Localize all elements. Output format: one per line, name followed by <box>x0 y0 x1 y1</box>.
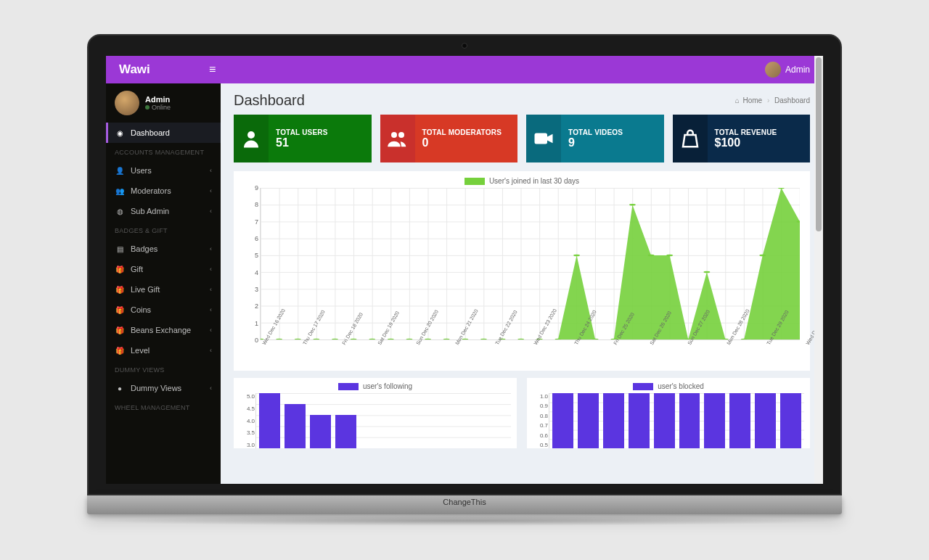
svg-point-0 <box>247 131 255 139</box>
sidebar-item-label: Sub Admin <box>131 207 169 215</box>
stat-card-total-moderators[interactable]: TOTAL MODERATORS0 <box>380 115 518 162</box>
scrollbar[interactable] <box>814 56 823 484</box>
sidebar-item-subadmin[interactable]: ◍Sub Admin‹ <box>106 201 221 221</box>
chevron-left-icon: ‹ <box>210 207 212 215</box>
stat-value: 9 <box>568 136 623 149</box>
stat-card-total-revenue[interactable]: TOTAL REVENUE$100 <box>673 115 811 162</box>
svg-point-32 <box>778 188 785 189</box>
sidebar-item-label: Level <box>131 346 150 355</box>
main-chart-panel: User's joined in last 30 days 9876543210… <box>234 171 810 371</box>
legend-label: user's blocked <box>658 382 704 390</box>
app-logo[interactable]: Wawi <box>119 62 206 77</box>
following-chart-panel: user's following 5.04.54.03.53.0 <box>234 378 517 448</box>
chevron-left-icon: ‹ <box>210 347 212 354</box>
sidebar-item-label: Gift <box>131 265 143 273</box>
gift-icon: 🎁 <box>115 306 125 314</box>
sidebar-item-livegift[interactable]: 🎁Live Gift‹ <box>106 279 221 300</box>
sidebar-item-moderators[interactable]: 👥Moderators‹ <box>106 181 221 201</box>
legend-label: user's following <box>363 382 412 390</box>
users-icon: 👥 <box>115 187 125 195</box>
sidebar-item-label: Users <box>131 166 152 175</box>
sidebar-item-label: Live Gift <box>131 285 160 294</box>
sidebar-section-dummy: Dummy Views <box>106 361 221 378</box>
chevron-left-icon: ‹ <box>210 187 212 194</box>
sidebar-section-badges: BADGES & GIFT <box>106 221 221 239</box>
sidebar-item-label: Coins <box>131 305 151 314</box>
topbar: Wawi ≡ Admin <box>106 56 823 83</box>
stat-card-total-videos[interactable]: TOTAL VIDEOS9 <box>526 115 664 162</box>
legend-swatch <box>633 383 653 390</box>
stat-value: $100 <box>715 136 777 149</box>
top-user-name[interactable]: Admin <box>785 65 810 75</box>
chevron-left-icon: ‹ <box>210 326 212 334</box>
breadcrumb: ⌂ Home › Dashboard <box>735 96 810 104</box>
users-icon <box>387 128 409 149</box>
sidebar-item-users[interactable]: 👤Users‹ <box>106 160 221 181</box>
svg-point-28 <box>703 271 710 273</box>
page-title: Dashboard <box>234 92 305 109</box>
dashboard-icon: ◉ <box>115 129 125 137</box>
laptop-brand: ChangeThis <box>443 498 486 506</box>
gift-icon: 🎁 <box>115 347 125 355</box>
sidebar-item-dummy[interactable]: ●Dummy Views‹ <box>106 378 221 398</box>
blocked-chart-panel: user's blocked 1.00.90.80.70.60.5 <box>527 378 810 448</box>
avatar[interactable] <box>765 62 781 78</box>
svg-point-25 <box>648 255 655 257</box>
main-content: Dashboard ⌂ Home › Dashboard TOTAL USERS… <box>221 83 823 484</box>
breadcrumb-current: Dashboard <box>774 96 810 104</box>
user-name: Admin <box>145 95 171 104</box>
gift-icon: 🎁 <box>115 286 125 294</box>
sidebar-item-beans[interactable]: 🎁Beans Exchange‹ <box>106 320 221 340</box>
sidebar-item-dashboard[interactable]: ◉Dashboard <box>106 123 221 143</box>
svg-point-31 <box>759 255 766 257</box>
user-icon <box>240 128 262 149</box>
user-panel[interactable]: Admin Online <box>106 83 221 123</box>
home-icon: ⌂ <box>735 96 740 104</box>
chevron-left-icon: ‹ <box>210 384 212 392</box>
gift-icon: 🎁 <box>115 265 125 273</box>
user-icon: 👤 <box>115 167 125 175</box>
hamburger-icon[interactable]: ≡ <box>209 63 216 76</box>
sidebar: Admin Online ◉Dashboard ACCOUNTS MANAGEM… <box>106 83 221 484</box>
chevron-left-icon: ‹ <box>210 265 212 273</box>
gift-icon: 🎁 <box>115 326 125 334</box>
stat-label: TOTAL VIDEOS <box>568 128 623 136</box>
svg-rect-3 <box>535 133 548 144</box>
svg-point-2 <box>398 132 404 138</box>
sidebar-item-badges[interactable]: ▤Badges‹ <box>106 239 221 259</box>
svg-point-24 <box>629 204 636 206</box>
chevron-left-icon: ‹ <box>210 167 212 174</box>
globe-icon: ◍ <box>115 207 125 215</box>
sidebar-item-coins[interactable]: 🎁Coins‹ <box>106 300 221 320</box>
sidebar-item-label: Dummy Views <box>131 384 181 392</box>
video-icon <box>533 128 554 149</box>
stat-card-total-users[interactable]: TOTAL USERS51 <box>234 115 372 162</box>
circle-icon: ● <box>115 384 125 392</box>
svg-point-21 <box>573 255 580 257</box>
sidebar-item-level[interactable]: 🎁Level‹ <box>106 340 221 361</box>
legend-swatch <box>338 383 359 390</box>
sidebar-item-gift[interactable]: 🎁Gift‹ <box>106 259 221 279</box>
avatar <box>115 91 139 115</box>
bag-icon <box>679 128 701 149</box>
stat-label: TOTAL USERS <box>276 128 328 136</box>
stat-value: 51 <box>276 136 328 149</box>
svg-point-26 <box>666 255 673 257</box>
sidebar-item-label: Moderators <box>131 186 171 195</box>
laptop-mockup: Wawi ≡ Admin Admin Online ◉Dashboard <box>87 34 842 526</box>
breadcrumb-home[interactable]: Home <box>742 96 762 104</box>
book-icon: ▤ <box>115 245 125 253</box>
chevron-left-icon: ‹ <box>210 286 212 293</box>
stat-label: TOTAL MODERATORS <box>422 128 502 136</box>
sidebar-item-label: Dashboard <box>131 128 170 137</box>
chevron-left-icon: ‹ <box>210 245 212 252</box>
chevron-left-icon: ‹ <box>210 306 212 313</box>
sidebar-section-accounts: ACCOUNTS MANAGEMENT <box>106 143 221 160</box>
legend-label: User's joined in last 30 days <box>489 177 579 185</box>
webcam <box>462 43 467 49</box>
svg-point-1 <box>391 132 397 138</box>
sidebar-item-label: Beans Exchange <box>131 326 191 334</box>
legend-swatch <box>464 178 485 185</box>
sidebar-item-label: Badges <box>131 244 157 253</box>
user-status: Online <box>145 104 171 111</box>
